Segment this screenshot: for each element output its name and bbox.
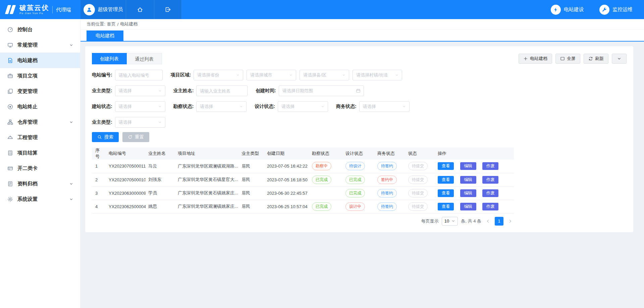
business-status-label: 商务状态: (336, 104, 357, 110)
chevron-down-icon (236, 73, 240, 77)
view-button[interactable]: 查看 (438, 189, 454, 197)
chevron-down-icon (69, 182, 73, 186)
col-address: 项目地址 (175, 147, 239, 160)
business-status-badge: 待签约 (377, 202, 397, 211)
sidebar-item-label: 变更管理 (17, 88, 38, 95)
sidebar-item-data-archive[interactable]: 资料归档 (0, 176, 80, 191)
plus-icon (523, 56, 528, 61)
col-status: 状态 (406, 147, 435, 160)
void-button[interactable]: 作废 (482, 162, 498, 170)
view-button[interactable]: 查看 (438, 176, 454, 184)
sidebar-item-label: 电站终止 (17, 104, 38, 110)
logout-button[interactable] (154, 0, 182, 19)
reset-button[interactable]: 重置 (122, 132, 149, 142)
tab-create-list[interactable]: 创建列表 (92, 53, 127, 64)
sidebar-item-class2-card[interactable]: 开二类卡 (0, 161, 80, 176)
next-page-button[interactable] (506, 217, 514, 226)
chevron-down-icon (617, 56, 622, 61)
create-time-range-input[interactable]: 请选择日期范围 (279, 85, 364, 96)
sidebar-item-label: 工程管理 (17, 134, 38, 141)
cell-owner-type: 居民 (239, 200, 264, 213)
sidebar-item-change-mgmt[interactable]: 变更管理 (0, 83, 80, 99)
build-status-select-value: 请选择 (119, 104, 132, 110)
page-tabstrip: 电站建档 (80, 29, 644, 42)
home-button[interactable] (126, 0, 154, 19)
nav-station-build[interactable]: 电站建设 (551, 5, 584, 15)
reset-icon (128, 135, 132, 139)
owner-type-2-select-value: 请选择 (119, 119, 132, 125)
void-button[interactable]: 作废 (482, 176, 498, 184)
sidebar-item-station-archive[interactable]: 电站建档 (0, 53, 80, 68)
page-size-select[interactable]: 10 (442, 217, 458, 226)
design-status-badge: 已完成 (345, 176, 365, 184)
region-label: 项目区域: (171, 72, 191, 78)
province-select-value: 请选择省份 (197, 72, 219, 78)
user-menu[interactable]: 超级管理员 (80, 0, 126, 19)
col-actions: 操作 (435, 147, 514, 160)
refresh-icon (588, 56, 593, 61)
filter-survey-status: 勘察状态: 请选择 (173, 101, 247, 112)
sidebar-item-project-initiation[interactable]: 项目立项 (0, 68, 80, 83)
view-button[interactable]: 查看 (438, 162, 454, 170)
business-status-select-value: 请选择 (363, 104, 376, 110)
owner-type-2-label: 业主类型: (92, 119, 112, 125)
sidebar-item-system-settings[interactable]: 系统设置 (0, 191, 80, 207)
survey-status-label: 勘察状态: (173, 104, 194, 110)
col-design-status: 设计状态 (343, 147, 375, 160)
business-status-select[interactable]: 请选择 (359, 101, 410, 112)
page-tab-station-archive[interactable]: 电站建档 (87, 30, 123, 41)
province-select[interactable]: 请选择省份 (194, 70, 243, 80)
page-1-button[interactable]: 1 (495, 217, 503, 226)
void-button[interactable]: 作废 (482, 189, 498, 197)
owner-name-input[interactable] (196, 85, 248, 96)
refresh-button[interactable]: 刷新 (584, 54, 608, 64)
city-select[interactable]: 请选择城市 (247, 70, 296, 80)
cell-created: 2023-06-30 22:45:57 (264, 186, 309, 200)
edit-button[interactable]: 编辑 (460, 203, 476, 210)
sidebar-item-general-mgmt[interactable]: 常规管理 (0, 37, 80, 53)
table-row: 4 YX2023062500004 姚思 广东深圳龙华区观澜镇姚家庄... 居民… (92, 200, 514, 213)
logo-title: 破茧云伏 (19, 4, 49, 11)
nav-monitor-ops[interactable]: 监控运维 (599, 5, 633, 15)
reset-label: 重置 (135, 134, 144, 140)
station-code-input[interactable] (115, 70, 163, 80)
tab-passed-list[interactable]: 通过列表 (127, 53, 162, 64)
owner-type-select[interactable]: 请选择 (115, 85, 165, 96)
cell-station-code: YX2023062500004 (106, 200, 146, 213)
edit-button[interactable]: 编辑 (460, 189, 476, 197)
breadcrumb-prefix: 当前位置: (87, 21, 105, 27)
owner-type-2-select[interactable]: 请选择 (115, 117, 165, 128)
survey-status-badge: 已完成 (312, 202, 331, 211)
prev-page-button[interactable] (484, 217, 492, 226)
view-button[interactable]: 查看 (438, 203, 454, 210)
town-select[interactable]: 请选择村镇/街道 (353, 70, 402, 80)
sidebar-item-project-settlement[interactable]: 项目结算 (0, 145, 80, 161)
sidebar-item-warehouse-mgmt[interactable]: 仓库管理 (0, 114, 80, 130)
nav-monitor-ops-label: 监控运维 (612, 6, 633, 13)
county-select[interactable]: 请选择县/区 (300, 70, 349, 80)
cell-station-code: YX2023070500010 (106, 173, 146, 186)
edit-button[interactable]: 编辑 (460, 176, 476, 184)
sidebar-item-engineering-mgmt[interactable]: 工程管理 (0, 130, 80, 145)
sidebar-item-station-terminate[interactable]: 电站终止 (0, 99, 80, 114)
build-status-select[interactable]: 请选择 (115, 101, 165, 112)
collapse-toolbar-button[interactable] (612, 54, 627, 64)
status-badge: 待提交 (408, 176, 428, 184)
fullscreen-button[interactable]: 全屏 (555, 54, 580, 64)
station-code-label: 电站编号: (92, 72, 112, 78)
chevron-down-icon (69, 43, 73, 47)
town-select-value: 请选择村镇/街道 (356, 72, 388, 78)
add-station-button[interactable]: 电站建档 (519, 54, 552, 64)
breadcrumb-home[interactable]: 首页 (107, 21, 116, 27)
filter-station-code: 电站编号: (92, 70, 163, 80)
design-status-select[interactable]: 请选择 (278, 101, 328, 112)
lightning-icon (551, 5, 561, 15)
void-button[interactable]: 作废 (482, 203, 498, 210)
cell-owner-type: 居民 (239, 160, 264, 173)
edit-button[interactable]: 编辑 (460, 162, 476, 170)
sidebar-item-console[interactable]: 控制台 (0, 22, 80, 37)
owner-type-select-value: 请选择 (119, 88, 132, 94)
survey-status-select[interactable]: 请选择 (196, 101, 247, 112)
list-tabs: 创建列表 通过列表 (92, 53, 162, 64)
search-button[interactable]: 搜索 (92, 132, 119, 142)
